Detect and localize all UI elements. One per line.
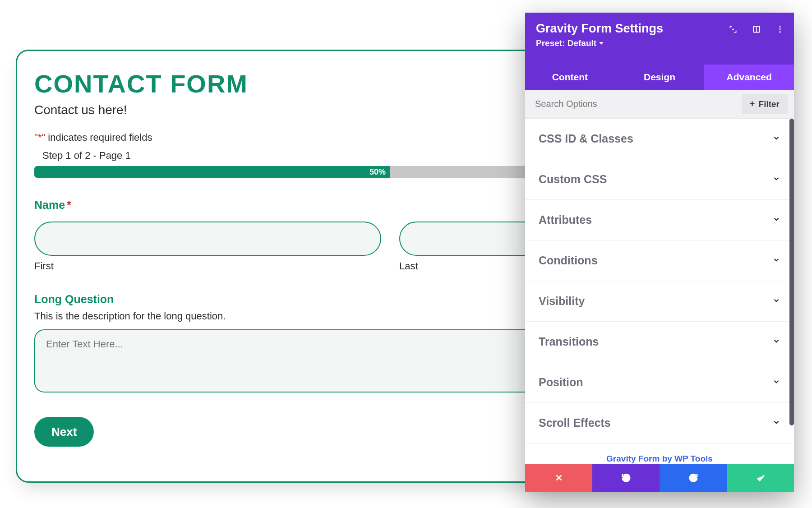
svg-point-4 [779,28,780,30]
redo-button[interactable] [660,464,727,492]
chevron-down-icon [772,296,780,306]
section-label: Position [539,376,583,389]
progress-bar-fill: 50% [34,166,390,178]
section-label: Scroll Effects [539,416,611,429]
save-button[interactable] [727,464,794,492]
section-conditions[interactable]: Conditions [525,240,794,281]
panel-bottom-bar [525,464,794,492]
expand-icon[interactable] [726,23,740,36]
section-css-id-classes[interactable]: CSS ID & Classes [525,119,794,159]
tab-advanced[interactable]: Advanced [704,65,794,90]
preset-dropdown[interactable]: Preset: Default [536,38,604,48]
search-options-input[interactable] [525,91,735,117]
plus-icon: + [750,99,755,109]
svg-point-3 [779,26,780,28]
chevron-down-icon [772,134,780,144]
chevron-down-icon [772,175,780,185]
chevron-down-icon [772,418,780,428]
section-label: Transitions [539,335,599,348]
svg-point-5 [779,31,780,32]
section-label: Conditions [539,254,598,267]
chevron-down-icon [772,337,780,347]
progress-percent: 50% [369,166,386,178]
panel-tabs: Content Design Advanced [525,65,794,90]
required-star-quote-close: " [42,132,45,143]
settings-panel: Gravity Form Settings Preset: Default Co… [525,13,794,492]
section-label: Custom CSS [539,173,607,186]
first-name-input[interactable] [34,222,381,256]
next-button[interactable]: Next [34,417,94,447]
section-attributes[interactable]: Attributes [525,200,794,240]
panel-scrollbar[interactable] [789,119,794,425]
panel-header: Gravity Form Settings Preset: Default [525,13,794,65]
undo-button[interactable] [592,464,660,492]
sections-list[interactable]: CSS ID & Classes Custom CSS Attributes C… [525,119,794,452]
more-menu-icon[interactable] [773,23,787,36]
caret-down-icon [599,42,604,45]
panel-credit-link[interactable]: Gravity Form by WP Tools [525,452,794,464]
preset-label: Preset: Default [536,38,596,48]
chevron-down-icon [772,256,780,266]
chevron-down-icon [772,215,780,225]
section-transitions[interactable]: Transitions [525,322,794,362]
chevron-down-icon [772,378,780,388]
filter-label: Filter [759,99,780,109]
section-label: CSS ID & Classes [539,132,633,145]
required-note-text: indicates required fields [48,132,152,143]
section-position[interactable]: Position [525,362,794,403]
name-required-mark: * [67,199,71,211]
section-label: Attributes [539,213,592,226]
tab-content[interactable]: Content [525,65,615,90]
responsive-icon[interactable] [750,23,763,36]
first-name-sublabel: First [34,260,381,272]
svg-point-0 [732,28,734,30]
search-bar: + Filter [525,90,794,119]
section-label: Visibility [539,295,585,308]
section-custom-css[interactable]: Custom CSS [525,159,794,200]
name-label-text: Name [34,199,65,211]
filter-button[interactable]: + Filter [742,94,788,114]
tab-design[interactable]: Design [615,65,705,90]
section-scroll-effects[interactable]: Scroll Effects [525,403,794,443]
required-star-quote-open: " [34,132,38,143]
cancel-button[interactable] [525,464,592,492]
section-visibility[interactable]: Visibility [525,281,794,322]
